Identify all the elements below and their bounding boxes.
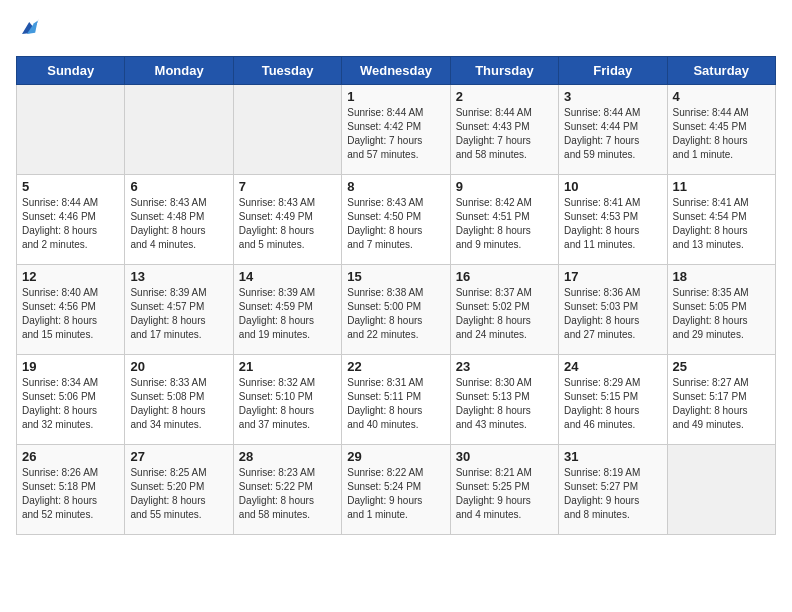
day-info: Sunrise: 8:38 AM Sunset: 5:00 PM Dayligh… (347, 286, 444, 342)
day-number: 13 (130, 269, 227, 284)
day-number: 21 (239, 359, 336, 374)
day-info: Sunrise: 8:34 AM Sunset: 5:06 PM Dayligh… (22, 376, 119, 432)
calendar-cell: 24Sunrise: 8:29 AM Sunset: 5:15 PM Dayli… (559, 355, 667, 445)
page-header (16, 16, 776, 44)
day-info: Sunrise: 8:41 AM Sunset: 4:53 PM Dayligh… (564, 196, 661, 252)
day-info: Sunrise: 8:32 AM Sunset: 5:10 PM Dayligh… (239, 376, 336, 432)
day-number: 30 (456, 449, 553, 464)
calendar-cell: 14Sunrise: 8:39 AM Sunset: 4:59 PM Dayli… (233, 265, 341, 355)
day-info: Sunrise: 8:37 AM Sunset: 5:02 PM Dayligh… (456, 286, 553, 342)
calendar-cell: 11Sunrise: 8:41 AM Sunset: 4:54 PM Dayli… (667, 175, 775, 265)
day-info: Sunrise: 8:41 AM Sunset: 4:54 PM Dayligh… (673, 196, 770, 252)
day-info: Sunrise: 8:23 AM Sunset: 5:22 PM Dayligh… (239, 466, 336, 522)
day-number: 10 (564, 179, 661, 194)
calendar-cell: 21Sunrise: 8:32 AM Sunset: 5:10 PM Dayli… (233, 355, 341, 445)
day-number: 8 (347, 179, 444, 194)
calendar-cell: 16Sunrise: 8:37 AM Sunset: 5:02 PM Dayli… (450, 265, 558, 355)
weekday-header-tuesday: Tuesday (233, 57, 341, 85)
day-info: Sunrise: 8:25 AM Sunset: 5:20 PM Dayligh… (130, 466, 227, 522)
day-info: Sunrise: 8:43 AM Sunset: 4:48 PM Dayligh… (130, 196, 227, 252)
day-number: 24 (564, 359, 661, 374)
day-number: 3 (564, 89, 661, 104)
day-number: 11 (673, 179, 770, 194)
calendar-cell: 4Sunrise: 8:44 AM Sunset: 4:45 PM Daylig… (667, 85, 775, 175)
day-number: 2 (456, 89, 553, 104)
day-info: Sunrise: 8:44 AM Sunset: 4:43 PM Dayligh… (456, 106, 553, 162)
day-number: 17 (564, 269, 661, 284)
calendar-cell: 27Sunrise: 8:25 AM Sunset: 5:20 PM Dayli… (125, 445, 233, 535)
day-info: Sunrise: 8:31 AM Sunset: 5:11 PM Dayligh… (347, 376, 444, 432)
calendar-cell: 29Sunrise: 8:22 AM Sunset: 5:24 PM Dayli… (342, 445, 450, 535)
calendar-cell: 2Sunrise: 8:44 AM Sunset: 4:43 PM Daylig… (450, 85, 558, 175)
calendar-cell (17, 85, 125, 175)
day-info: Sunrise: 8:26 AM Sunset: 5:18 PM Dayligh… (22, 466, 119, 522)
day-number: 19 (22, 359, 119, 374)
day-number: 1 (347, 89, 444, 104)
day-number: 16 (456, 269, 553, 284)
day-info: Sunrise: 8:36 AM Sunset: 5:03 PM Dayligh… (564, 286, 661, 342)
calendar-cell: 13Sunrise: 8:39 AM Sunset: 4:57 PM Dayli… (125, 265, 233, 355)
calendar-week-row: 5Sunrise: 8:44 AM Sunset: 4:46 PM Daylig… (17, 175, 776, 265)
weekday-header-row: SundayMondayTuesdayWednesdayThursdayFrid… (17, 57, 776, 85)
day-number: 26 (22, 449, 119, 464)
day-number: 29 (347, 449, 444, 464)
calendar-cell: 25Sunrise: 8:27 AM Sunset: 5:17 PM Dayli… (667, 355, 775, 445)
weekday-header-saturday: Saturday (667, 57, 775, 85)
day-info: Sunrise: 8:44 AM Sunset: 4:46 PM Dayligh… (22, 196, 119, 252)
day-info: Sunrise: 8:39 AM Sunset: 4:57 PM Dayligh… (130, 286, 227, 342)
day-number: 22 (347, 359, 444, 374)
calendar-cell: 3Sunrise: 8:44 AM Sunset: 4:44 PM Daylig… (559, 85, 667, 175)
day-info: Sunrise: 8:39 AM Sunset: 4:59 PM Dayligh… (239, 286, 336, 342)
day-number: 5 (22, 179, 119, 194)
calendar-cell: 5Sunrise: 8:44 AM Sunset: 4:46 PM Daylig… (17, 175, 125, 265)
day-info: Sunrise: 8:40 AM Sunset: 4:56 PM Dayligh… (22, 286, 119, 342)
day-info: Sunrise: 8:44 AM Sunset: 4:45 PM Dayligh… (673, 106, 770, 162)
calendar-cell: 15Sunrise: 8:38 AM Sunset: 5:00 PM Dayli… (342, 265, 450, 355)
day-number: 31 (564, 449, 661, 464)
day-number: 28 (239, 449, 336, 464)
day-info: Sunrise: 8:27 AM Sunset: 5:17 PM Dayligh… (673, 376, 770, 432)
day-number: 20 (130, 359, 227, 374)
calendar-week-row: 26Sunrise: 8:26 AM Sunset: 5:18 PM Dayli… (17, 445, 776, 535)
calendar-cell: 12Sunrise: 8:40 AM Sunset: 4:56 PM Dayli… (17, 265, 125, 355)
day-number: 6 (130, 179, 227, 194)
day-info: Sunrise: 8:22 AM Sunset: 5:24 PM Dayligh… (347, 466, 444, 522)
calendar-cell: 6Sunrise: 8:43 AM Sunset: 4:48 PM Daylig… (125, 175, 233, 265)
calendar-cell: 30Sunrise: 8:21 AM Sunset: 5:25 PM Dayli… (450, 445, 558, 535)
day-number: 4 (673, 89, 770, 104)
weekday-header-wednesday: Wednesday (342, 57, 450, 85)
day-info: Sunrise: 8:43 AM Sunset: 4:49 PM Dayligh… (239, 196, 336, 252)
day-info: Sunrise: 8:44 AM Sunset: 4:42 PM Dayligh… (347, 106, 444, 162)
calendar-cell: 8Sunrise: 8:43 AM Sunset: 4:50 PM Daylig… (342, 175, 450, 265)
calendar-cell: 17Sunrise: 8:36 AM Sunset: 5:03 PM Dayli… (559, 265, 667, 355)
calendar-cell: 10Sunrise: 8:41 AM Sunset: 4:53 PM Dayli… (559, 175, 667, 265)
day-number: 14 (239, 269, 336, 284)
weekday-header-friday: Friday (559, 57, 667, 85)
calendar-table: SundayMondayTuesdayWednesdayThursdayFrid… (16, 56, 776, 535)
logo-icon (16, 16, 40, 44)
weekday-header-sunday: Sunday (17, 57, 125, 85)
calendar-cell: 20Sunrise: 8:33 AM Sunset: 5:08 PM Dayli… (125, 355, 233, 445)
day-number: 9 (456, 179, 553, 194)
day-number: 27 (130, 449, 227, 464)
day-number: 7 (239, 179, 336, 194)
day-info: Sunrise: 8:44 AM Sunset: 4:44 PM Dayligh… (564, 106, 661, 162)
day-number: 23 (456, 359, 553, 374)
day-info: Sunrise: 8:42 AM Sunset: 4:51 PM Dayligh… (456, 196, 553, 252)
calendar-cell (667, 445, 775, 535)
day-info: Sunrise: 8:21 AM Sunset: 5:25 PM Dayligh… (456, 466, 553, 522)
calendar-cell: 18Sunrise: 8:35 AM Sunset: 5:05 PM Dayli… (667, 265, 775, 355)
calendar-week-row: 12Sunrise: 8:40 AM Sunset: 4:56 PM Dayli… (17, 265, 776, 355)
day-number: 15 (347, 269, 444, 284)
day-number: 25 (673, 359, 770, 374)
weekday-header-thursday: Thursday (450, 57, 558, 85)
calendar-cell (125, 85, 233, 175)
calendar-cell (233, 85, 341, 175)
day-info: Sunrise: 8:19 AM Sunset: 5:27 PM Dayligh… (564, 466, 661, 522)
day-info: Sunrise: 8:35 AM Sunset: 5:05 PM Dayligh… (673, 286, 770, 342)
weekday-header-monday: Monday (125, 57, 233, 85)
day-info: Sunrise: 8:29 AM Sunset: 5:15 PM Dayligh… (564, 376, 661, 432)
day-number: 18 (673, 269, 770, 284)
logo (16, 16, 44, 44)
calendar-week-row: 1Sunrise: 8:44 AM Sunset: 4:42 PM Daylig… (17, 85, 776, 175)
